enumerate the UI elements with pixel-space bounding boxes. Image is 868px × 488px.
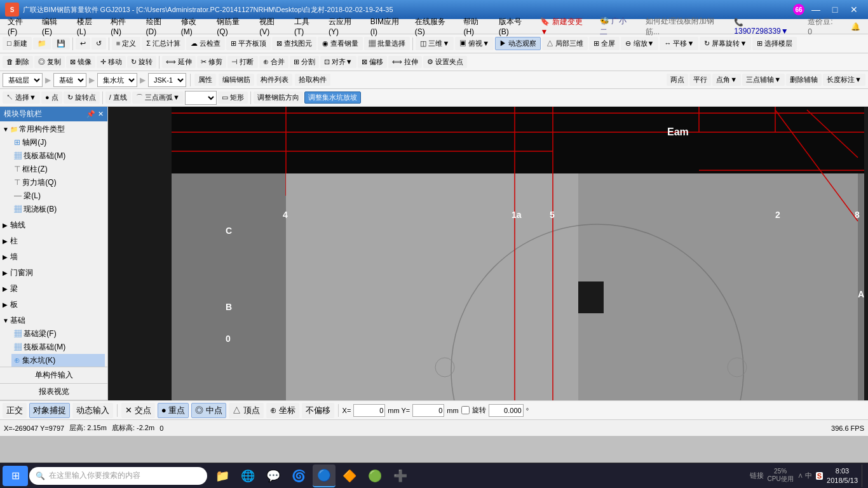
arc-draw-btn[interactable]: ⌒ 三点画弧▼ [132, 92, 184, 104]
tree-header-wall[interactable]: ▶ 墙 [3, 250, 105, 264]
select-mode-btn[interactable]: ↖ 选择▼ [3, 92, 40, 104]
menu-draw[interactable]: 绘图(D) [141, 15, 175, 37]
three-point-aux-btn[interactable]: 三点辅轴▼ [742, 74, 785, 86]
tree-header-slab[interactable]: ▶ 板 [3, 298, 105, 311]
menu-modify[interactable]: 修改(M) [176, 15, 211, 37]
tree-item-frame-col[interactable]: ⊤ 框柱(Z) [11, 163, 105, 176]
rotate-point-btn[interactable]: ↻ 旋转点 [64, 92, 100, 104]
dynamic-observe-btn[interactable]: ▶ 动态观察 [495, 37, 541, 50]
y-input[interactable] [412, 404, 444, 417]
menu-floor[interactable]: 楼层(L) [72, 15, 104, 37]
pan-btn[interactable]: ↔ 平移▼ [660, 37, 698, 50]
offset-btn[interactable]: ⊠ 偏移 [358, 56, 387, 68]
taskbar-icon-chat[interactable]: 💬 [262, 464, 285, 487]
taskbar-icon-plus[interactable]: ➕ [389, 464, 412, 487]
line-type-select[interactable] [185, 91, 217, 105]
search-bar[interactable]: 🔍 在这里输入你要搜索的内容 [29, 467, 207, 485]
trim-btn[interactable]: ✂ 修剪 [197, 56, 226, 68]
notification-icon[interactable]: 🔔 [846, 21, 865, 32]
adjust-rebar-dir-btn[interactable]: 调整钢筋方向 [254, 92, 303, 104]
two-point-btn[interactable]: 两点 [667, 74, 688, 86]
rotate-checkbox[interactable] [461, 406, 470, 414]
panel-close-btn[interactable]: ✕ [98, 110, 104, 118]
menu-online[interactable]: 在线服务(S) [410, 15, 458, 37]
layer-select[interactable]: 基础层 [3, 73, 43, 87]
point-draw-btn[interactable]: ● 点 [41, 92, 62, 104]
tree-header-common[interactable]: ▼ 📁 常用构件类型 [3, 123, 105, 136]
menu-file[interactable]: 文件(F) [3, 15, 36, 37]
report-view-btn[interactable]: 报表视览 [0, 384, 107, 400]
merge-btn[interactable]: ⊕ 合并 [259, 56, 288, 68]
show-desktop-btn[interactable] [862, 464, 865, 487]
stretch-btn[interactable]: ⟺ 拉伸 [388, 56, 422, 68]
delete-btn[interactable]: 🗑 删除 [3, 56, 33, 68]
layer-type-select[interactable]: 基础 [53, 73, 86, 87]
calc-btn[interactable]: Σ 汇总计算 [142, 37, 185, 50]
point-angle-btn[interactable]: 点角▼ [712, 74, 741, 86]
dynamic-input-btn[interactable]: 动态输入 [72, 403, 113, 418]
tree-item-floor-slab[interactable]: ▦ 现浇板(B) [11, 203, 105, 216]
align-top-btn[interactable]: ⊞ 平齐板顶 [226, 37, 271, 50]
tree-header-foundation[interactable]: ▼ 基础 [3, 314, 105, 327]
component-id-select[interactable]: JSK-1 [148, 73, 186, 87]
menu-version[interactable]: 版本号(B) [494, 15, 534, 37]
start-button[interactable]: ⊞ [3, 466, 28, 486]
tree-item-raft[interactable]: ▦ 筏板基础(M) [11, 149, 105, 163]
panel-pin-btn[interactable]: 📌 [86, 110, 95, 118]
vertex-btn[interactable]: △ 顶点 [229, 403, 264, 418]
extend-btn[interactable]: ⟺ 延伸 [162, 56, 196, 68]
open-btn[interactable]: 📁 [33, 37, 51, 50]
tree-header-door-win[interactable]: ▶ 门窗洞 [3, 266, 105, 280]
component-type-select[interactable]: 集水坑 [97, 73, 137, 87]
select-floor-btn[interactable]: ⊞ 选择楼层 [752, 37, 797, 50]
break-btn[interactable]: ⊣ 打断 [227, 56, 257, 68]
tree-header-axis[interactable]: ▶ 轴线 [3, 219, 105, 232]
taskbar-icon-browser1[interactable]: 🌐 [236, 464, 259, 487]
menu-bim[interactable]: BIM应用(I) [365, 15, 409, 37]
coord-btn[interactable]: ⊕ 坐标 [266, 403, 299, 418]
edit-rebar-btn[interactable]: 编辑钢筋 [219, 74, 254, 86]
tree-item-found-beam[interactable]: ▦ 基础梁(F) [11, 327, 105, 341]
taskbar-icon-explorer[interactable]: 📁 [211, 464, 234, 487]
intersection-btn[interactable]: ✕ 交点 [121, 403, 155, 418]
length-mark-btn[interactable]: 长度标注▼ [823, 74, 865, 86]
menu-edit[interactable]: 编辑(E) [37, 15, 71, 37]
menu-view[interactable]: 视图(V) [254, 15, 288, 37]
new-btn[interactable]: □ 新建 [3, 37, 32, 50]
pick-component-btn[interactable]: 拾取构件 [295, 74, 330, 86]
define-btn[interactable]: ≡ 定义 [112, 37, 140, 50]
time-block[interactable]: 8:03 2018/5/13 [827, 466, 858, 485]
adjust-pit-slope-btn[interactable]: 调整集水坑放坡 [304, 92, 361, 104]
menu-help[interactable]: 帮助(H) [458, 15, 492, 37]
line-draw-btn[interactable]: / 直线 [105, 92, 131, 104]
delete-aux-btn[interactable]: 删除辅轴 [786, 74, 822, 86]
rect-draw-btn[interactable]: ▭ 矩形 [218, 92, 248, 104]
fullscreen-btn[interactable]: ⊞ 全屏 [589, 37, 620, 50]
cloud-check-btn[interactable]: ☁ 云检查 [186, 37, 225, 50]
center-btn[interactable]: ◎ 中点 [191, 403, 226, 418]
tree-item-shear-wall[interactable]: ⊤ 剪力墙(Q) [11, 176, 105, 189]
orthogonal-btn[interactable]: 正交 [3, 403, 27, 418]
rotate-input[interactable] [489, 404, 524, 417]
3d-btn[interactable]: ◫ 三维▼ [416, 37, 454, 50]
view-rebar-btn[interactable]: ◉ 查看钢量 [318, 37, 363, 50]
menu-tools[interactable]: 工具(T) [289, 15, 322, 37]
menu-cloud[interactable]: 云应用(Y) [323, 15, 364, 37]
guang-small-btn[interactable]: 🐝 广小二 [595, 15, 635, 39]
split-btn[interactable]: ⊞ 分割 [290, 56, 319, 68]
object-snap-btn[interactable]: 对象捕捉 [29, 403, 70, 418]
save-btn[interactable]: 💾 [52, 37, 70, 50]
top-view-btn[interactable]: ▣ 俯视▼ [455, 37, 494, 50]
zoom-btn[interactable]: ⊖ 缩放▼ [621, 37, 658, 50]
batch-select-btn[interactable]: ▦ 批量选择 [364, 37, 410, 50]
grip-btn[interactable]: ⚙ 设置夹点 [423, 56, 467, 68]
rotate-btn[interactable]: ↻ 旋转 [127, 56, 156, 68]
single-input-btn[interactable]: 单构件输入 [0, 367, 107, 384]
local-3d-btn[interactable]: △ 局部三维 [542, 37, 588, 50]
taskbar-icon-green[interactable]: 🟢 [363, 464, 386, 487]
no-offset-btn[interactable]: 不偏移 [302, 403, 334, 418]
menu-component[interactable]: 构件(N) [105, 15, 139, 37]
copy-btn[interactable]: ◎ 复制 [34, 56, 65, 68]
redo-btn[interactable]: ↺ [92, 37, 106, 50]
phone-number[interactable]: 📞 13907298339▼ [729, 17, 797, 37]
